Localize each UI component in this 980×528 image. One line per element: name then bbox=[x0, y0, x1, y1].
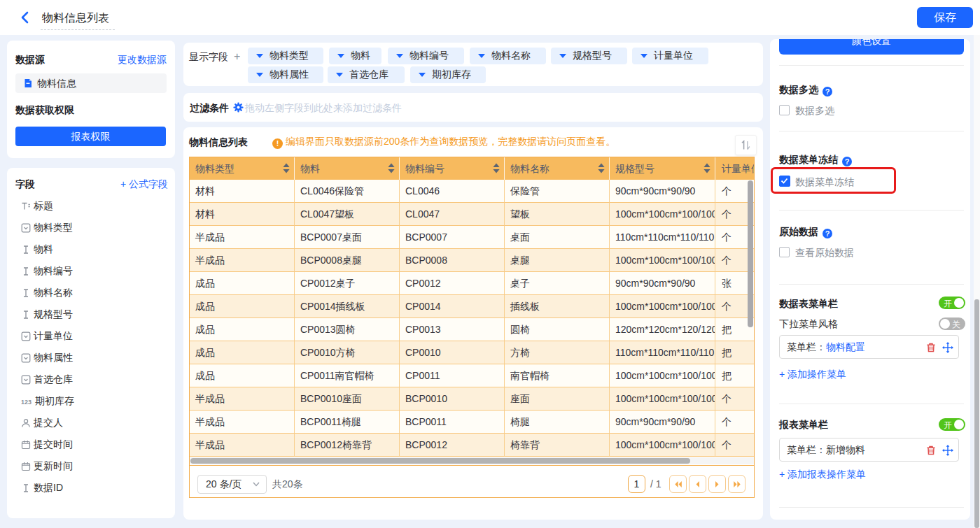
svg-text:123: 123 bbox=[21, 399, 31, 406]
